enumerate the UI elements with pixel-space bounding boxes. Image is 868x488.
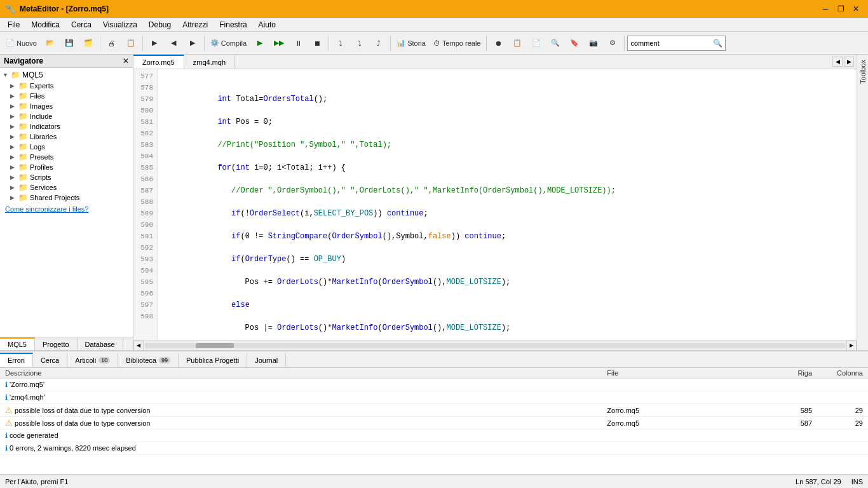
menu-aiuto[interactable]: Aiuto	[254, 19, 281, 30]
tree-item-include[interactable]: ▶ 📁 Include	[0, 111, 133, 121]
scroll-right-button[interactable]: ▶	[844, 57, 854, 67]
nuovo-icon: 📄	[6, 39, 15, 47]
minimize-button[interactable]: ─	[818, 3, 832, 15]
navigator-header: Navigatore ✕	[0, 55, 133, 68]
error-row[interactable]: ℹ code generated	[0, 430, 868, 442]
navigator-close-button[interactable]: ✕	[123, 57, 129, 65]
tree-item-libraries[interactable]: ▶ 📁 Libraries	[0, 132, 133, 142]
storia-button[interactable]: 📊 Storia	[393, 34, 429, 52]
restore-button[interactable]: ❐	[834, 3, 848, 15]
tree-item-shared-projects[interactable]: ▶ 📁 Shared Projects	[0, 193, 133, 203]
hscroll-right-button[interactable]: ▶	[846, 341, 857, 351]
find-button[interactable]: 🔍	[546, 34, 564, 52]
sync-link[interactable]: Come sincronizzare i files?	[0, 203, 133, 215]
tree-item-services[interactable]: ▶ 📁 Services	[0, 182, 133, 193]
tree-item-images[interactable]: ▶ 📁 Images	[0, 101, 133, 111]
line-num: 592	[136, 242, 153, 254]
col-desc: Descrizione	[0, 368, 602, 379]
pause-button[interactable]: ⏸	[289, 34, 307, 52]
nav-tab-progetto[interactable]: Progetto	[35, 337, 78, 350]
menu-finestra[interactable]: Finestra	[214, 19, 252, 30]
code-editor[interactable]: 577 578 579 580 581 582 583 584 585 586 …	[133, 69, 857, 340]
code-tab-zorro[interactable]: Zorro.mq5	[133, 55, 184, 69]
code-hscroll[interactable]: ◀ ▶	[133, 340, 857, 350]
nuovo-button[interactable]: 📄 Nuovo	[3, 34, 40, 52]
settings-button[interactable]: ⚙	[604, 34, 621, 52]
menu-visualizza[interactable]: Visualizza	[98, 19, 142, 30]
toolbar: 📄 Nuovo 📂 💾 🗂️ 🖨 📋 ▶ ◀ ▶ ⚙️ Compila ▶ ▶▶…	[0, 32, 868, 55]
save-button[interactable]: 💾	[60, 34, 78, 52]
record-button[interactable]: ⏺	[489, 34, 507, 52]
error-row[interactable]: ℹ 'zmq4.mqh'	[0, 391, 868, 404]
print2-button[interactable]: 📋	[122, 34, 140, 52]
close-button[interactable]: ✕	[849, 3, 863, 15]
step3-button[interactable]: ⤴	[370, 34, 388, 52]
line-num: 591	[136, 231, 153, 242]
tab-biblioteca-label: Biblioteca	[126, 356, 156, 364]
error-row[interactable]: ⚠ possible loss of data due to type conv…	[0, 404, 868, 417]
code-content[interactable]: int Total=OrdersTotal(); int Pos = 0; //…	[158, 69, 857, 340]
redo-button[interactable]: ▶	[184, 34, 201, 52]
tab-articoli[interactable]: Articoli 10	[67, 353, 118, 367]
error-row[interactable]: ℹ 0 errors, 2 warnings, 8220 msec elapse…	[0, 442, 868, 455]
info-icon: ℹ	[5, 393, 8, 401]
tree-item-label: Shared Projects	[30, 194, 79, 201]
paste-button[interactable]: 📄	[527, 34, 545, 52]
hscroll-track[interactable]	[145, 343, 845, 348]
tab-biblioteca[interactable]: Biblioteca 99	[118, 353, 179, 367]
start-button[interactable]: ▶	[251, 34, 269, 52]
bookmark-button[interactable]: 🔖	[566, 34, 583, 52]
menu-debug[interactable]: Debug	[144, 19, 176, 30]
step-button[interactable]: ⤵	[332, 34, 349, 52]
error-row[interactable]: ⚠ possible loss of data due to type conv…	[0, 417, 868, 430]
nav-tab-database[interactable]: Database	[78, 337, 123, 350]
play-button[interactable]: ▶▶	[270, 34, 288, 52]
code-tab-zmq4[interactable]: zmq4.mqh	[184, 55, 235, 69]
step2-button[interactable]: ⤵	[351, 34, 369, 52]
tree-item-profiles[interactable]: ▶ 📁 Profiles	[0, 162, 133, 172]
menu-file[interactable]: File	[3, 19, 25, 30]
run-button[interactable]: ▶	[146, 34, 163, 52]
tab-journal[interactable]: Journal	[247, 353, 286, 367]
tree-item-presets[interactable]: ▶ 📁 Presets	[0, 152, 133, 162]
tree-item-scripts[interactable]: ▶ 📁 Scripts	[0, 172, 133, 182]
tree-item-files[interactable]: ▶ 📁 Files	[0, 91, 133, 101]
nav-tab-mql5[interactable]: MQL5	[0, 337, 35, 350]
tree-item-label: Presets	[30, 153, 53, 161]
err-riga	[766, 430, 817, 442]
chevron-icon: ▶	[10, 83, 17, 89]
err-file	[602, 391, 766, 404]
search-go-icon[interactable]: 🔍	[713, 39, 722, 48]
line-num: 584	[136, 151, 153, 162]
tab-pubblica[interactable]: Pubblica Progetti	[179, 353, 247, 367]
menu-cerca[interactable]: Cerca	[66, 19, 97, 30]
menu-attrezzi[interactable]: Attrezzi	[177, 19, 213, 30]
stop-button[interactable]: ⏹	[308, 34, 326, 52]
line-num: 595	[136, 276, 153, 288]
tree-item-logs[interactable]: ▶ 📁 Logs	[0, 142, 133, 152]
tree-item-experts[interactable]: ▶ 📁 Experts	[0, 81, 133, 91]
screenshot-button[interactable]: 📷	[585, 34, 602, 52]
scroll-left-button[interactable]: ◀	[832, 57, 843, 67]
error-row[interactable]: ℹ 'Zorro.mq5'	[0, 379, 868, 391]
folder-icon: 📁	[18, 112, 28, 121]
copy-button[interactable]: 📋	[508, 34, 526, 52]
compila-button[interactable]: ⚙️ Compila	[207, 34, 250, 52]
hscroll-thumb[interactable]	[196, 343, 234, 348]
navigator-title: Navigatore	[4, 57, 43, 65]
open-button[interactable]: 📂	[41, 34, 59, 52]
undo-button[interactable]: ◀	[165, 34, 182, 52]
menu-modifica[interactable]: Modifica	[26, 19, 65, 30]
hscroll-left-button[interactable]: ◀	[133, 341, 144, 351]
tree-root-mql5[interactable]: ▼ 📁 MQL5	[0, 69, 133, 81]
tab-cerca[interactable]: Cerca	[33, 353, 67, 367]
tempo-reale-button[interactable]: ⏱ Tempo reale	[430, 34, 484, 52]
print-button[interactable]: 🖨	[103, 34, 121, 52]
folder-icon: 📁	[18, 81, 28, 90]
save-all-button[interactable]: 🗂️	[79, 34, 97, 52]
tree-item-indicators[interactable]: ▶ 📁 Indicators	[0, 121, 133, 132]
search-input[interactable]	[630, 39, 713, 47]
line-num: 593	[136, 254, 153, 265]
toolbox-label[interactable]: Toolbox	[858, 57, 868, 86]
tab-errori[interactable]: Errori	[0, 353, 33, 367]
